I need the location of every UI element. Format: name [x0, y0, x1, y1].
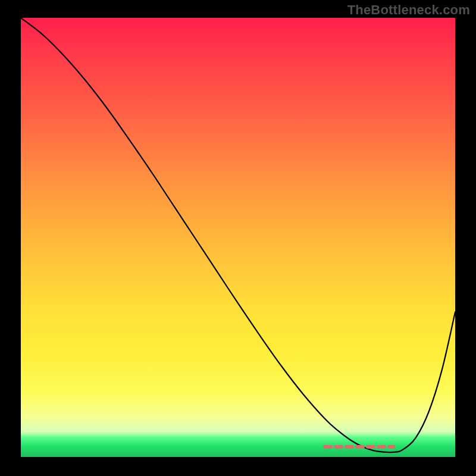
main-curve: [21, 18, 455, 452]
watermark-text: TheBottleneck.com: [347, 2, 470, 18]
plot-area: [21, 18, 455, 457]
chart-svg: [21, 18, 455, 457]
chart-frame: TheBottleneck.com: [0, 0, 476, 476]
